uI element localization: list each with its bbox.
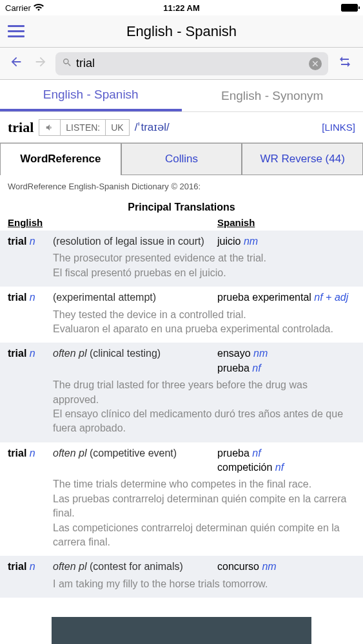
gloss: (resolution of legal issue in court)	[53, 236, 204, 247]
word-header: trial LISTEN: UK /ˈtraɪəl/ [LINKS]	[0, 112, 363, 143]
translation: concurso	[217, 561, 259, 572]
usage-prefix: often pl	[53, 348, 86, 359]
gloss: (competitive event)	[90, 448, 177, 459]
title-bar: English - Spanish	[0, 15, 363, 48]
ipa-pronunciation: /ˈtraɪəl/	[135, 120, 170, 134]
pos-tag: nf	[252, 363, 260, 374]
section-title: Principal Translations	[0, 198, 363, 217]
example-english: They tested the device in a controlled t…	[8, 308, 355, 322]
language-tabs: English - Spanish English - Synonym	[0, 80, 363, 112]
entry-row: trial n often pl (contest for animals) c…	[0, 556, 363, 598]
col-spanish: Spanish	[217, 217, 355, 228]
column-headers: English Spanish	[0, 217, 363, 231]
entry-word: trial	[8, 292, 26, 303]
search-input[interactable]	[76, 57, 305, 70]
pos-tag: n	[30, 348, 35, 359]
pos-tag: n	[30, 292, 35, 303]
usage-prefix: often pl	[53, 561, 86, 572]
example-spanish: El ensayo clínico del medicamento duró t…	[8, 407, 355, 436]
translation: ensayo	[217, 348, 251, 359]
pos-tag: n	[30, 561, 35, 572]
wifi-icon	[34, 4, 44, 12]
entry-row: trial n often pl (competitive event) pru…	[0, 442, 363, 556]
translation: prueba	[217, 363, 250, 374]
entry-row: trial n (resolution of legal issue in co…	[0, 231, 363, 287]
entry-word: trial	[8, 348, 26, 359]
tab-english-spanish[interactable]: English - Spanish	[0, 80, 182, 111]
bottom-overlay	[52, 617, 311, 644]
gloss: (clinical testing)	[90, 348, 161, 359]
col-english: English	[8, 217, 217, 228]
example-english: The prosecutor presented evidence at the…	[8, 251, 355, 265]
pos-tag: nm	[253, 348, 268, 359]
menu-icon[interactable]	[0, 25, 32, 37]
usage-prefix: often pl	[53, 448, 86, 459]
clear-button[interactable]: ✕	[309, 57, 322, 70]
example-english: The drug trial lasted for three years be…	[8, 378, 355, 407]
tab-wr-reverse[interactable]: WR Reverse (44)	[242, 143, 363, 175]
example-spanish: Evaluaron el aparato en una prueba exper…	[8, 322, 355, 336]
tab-collins[interactable]: Collins	[121, 143, 242, 175]
swap-languages-button[interactable]	[333, 54, 357, 73]
status-bar: Carrier 11:22 AM	[0, 0, 363, 15]
search-box[interactable]: ✕	[55, 52, 328, 75]
links-button[interactable]: [LINKS]	[322, 122, 355, 133]
example-spanish: El fiscal presentó pruebas en el juicio.	[8, 266, 355, 280]
battery-icon	[341, 4, 358, 12]
copyright-text: WordReference English-Spanish Dictionary…	[0, 175, 363, 198]
entry-row: trial n often pl (clinical testing) ensa…	[0, 343, 363, 442]
page-title: English - Spanish	[126, 23, 237, 40]
entry-word: trial	[8, 448, 26, 459]
example-spanish: Las competiciones contrarreloj determina…	[8, 521, 355, 550]
headword: trial	[8, 119, 34, 136]
gloss: (contest for animals)	[90, 561, 183, 572]
translation: competición	[217, 462, 272, 473]
region-button[interactable]: UK	[106, 120, 128, 135]
pos-tag: nm	[244, 236, 258, 247]
tab-wordreference[interactable]: WordReference	[0, 143, 121, 175]
listen-button[interactable]: LISTEN:	[61, 120, 106, 135]
pos-tag: nf	[275, 462, 284, 473]
nav-bar: ✕	[0, 48, 363, 80]
example-english: I am taking my filly to the horse trials…	[8, 577, 355, 591]
translation: prueba experimental	[217, 292, 311, 303]
entry-row: trial n (experimental attempt) prueba ex…	[0, 287, 363, 343]
example-english: The time trials determine who competes i…	[8, 477, 355, 491]
pos-tag: nm	[262, 561, 276, 572]
pos-tag: n	[30, 448, 35, 459]
translation: prueba	[217, 448, 250, 459]
entries-list: trial n (resolution of legal issue in co…	[0, 231, 363, 598]
entry-word: trial	[8, 561, 26, 572]
search-icon	[62, 57, 72, 70]
tab-english-synonym[interactable]: English - Synonym	[182, 80, 364, 111]
example-spanish: Las pruebas contrarreloj determinan quié…	[8, 492, 355, 521]
translation: juicio	[217, 236, 240, 247]
dictionary-tabs: WordReference Collins WR Reverse (44)	[0, 143, 363, 175]
pos-tag: nf	[252, 448, 260, 459]
gloss: (experimental attempt)	[53, 292, 156, 303]
pos-tag: nf + adj	[314, 292, 348, 303]
entry-word: trial	[8, 236, 26, 247]
status-time: 11:22 AM	[163, 3, 200, 13]
carrier-label: Carrier	[5, 3, 31, 13]
back-button[interactable]	[6, 55, 26, 73]
audio-icon[interactable]	[39, 120, 61, 135]
pos-tag: n	[30, 236, 35, 247]
forward-button	[31, 55, 50, 73]
listen-group: LISTEN: UK	[39, 119, 129, 136]
